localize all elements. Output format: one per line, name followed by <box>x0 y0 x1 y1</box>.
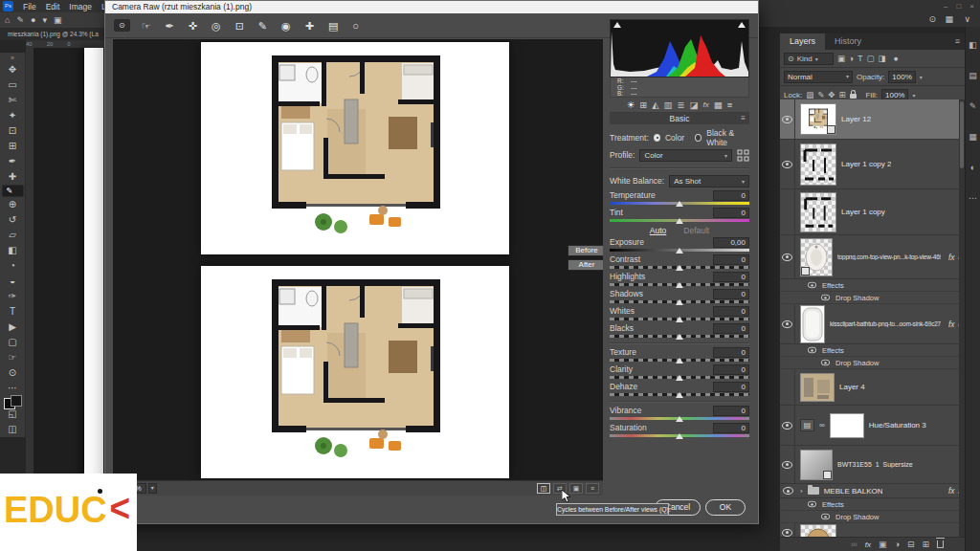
visibility-toggle[interactable] <box>780 369 795 405</box>
slider-thumb[interactable] <box>676 282 683 288</box>
tone-curve-panel-icon[interactable]: ⊞ <box>639 99 647 110</box>
layer-thumbnail[interactable] <box>800 373 835 402</box>
slider-thumb[interactable] <box>676 334 683 340</box>
layer-group-meble-balkon[interactable]: › MEBLE BALKON fx∧ <box>780 484 965 498</box>
marquee-tool-icon[interactable]: ▭ <box>2 77 24 93</box>
cr-white-balance-icon[interactable]: ✒ <box>163 17 177 34</box>
layer-style-icon[interactable]: fx <box>865 540 871 549</box>
layer-thumbnail[interactable] <box>800 238 833 276</box>
hsl-panel-icon[interactable]: ▥ <box>664 99 673 110</box>
cr-radial-filter-icon[interactable]: ○ <box>349 17 362 34</box>
layer-row-partial[interactable] <box>780 523 965 537</box>
drop-shadow-row[interactable]: Drop Shadow <box>780 511 965 523</box>
adjustment-layer-icon[interactable]: ▤ <box>800 419 814 431</box>
hand-tool-icon[interactable]: ☞ <box>2 350 24 365</box>
tab-layers[interactable]: Layers <box>780 33 825 50</box>
calibration-panel-icon[interactable]: ▦ <box>714 99 723 110</box>
lasso-tool-icon[interactable]: ✄ <box>2 93 24 108</box>
cr-graduated-filter-icon[interactable]: ▤ <box>325 17 341 34</box>
highlights-value[interactable]: 0 <box>713 272 749 282</box>
filter-adjustment-icon[interactable]: ◑ <box>849 54 854 63</box>
temperature-value[interactable]: 0 <box>713 190 749 201</box>
minimize-icon[interactable]: – <box>944 0 947 12</box>
toolbar-collapse-icon[interactable]: » <box>11 54 14 62</box>
profile-select[interactable]: Color▾ <box>639 149 732 162</box>
cr-targeted-adjustment-icon[interactable]: ◎ <box>209 17 224 34</box>
history-brush-tool-icon[interactable]: ↺ <box>2 212 24 228</box>
presets-panel-icon[interactable]: ≡ <box>727 99 733 110</box>
zoom-dropdown-icon[interactable]: ▾ <box>148 483 157 494</box>
browse-profiles-icon[interactable] <box>737 149 749 162</box>
effects-panel-icon[interactable]: fx <box>702 100 708 109</box>
type-tool-icon[interactable]: T <box>2 304 24 320</box>
split-toning-panel-icon[interactable]: ≣ <box>678 99 685 110</box>
path-select-tool-icon[interactable]: ▶ <box>2 320 24 335</box>
layer-row-toppng-sink[interactable]: toppng.com-top-view-pn...k-top-view-469c… <box>780 235 965 279</box>
effects-row[interactable]: Effects <box>780 344 965 357</box>
eye-icon[interactable] <box>821 360 830 365</box>
slider-thumb[interactable] <box>676 317 683 322</box>
layer-mask-thumbnail[interactable] <box>830 413 864 438</box>
gradient-tool-icon[interactable]: ◧ <box>2 243 24 258</box>
lock-pixels-icon[interactable]: ✎ <box>817 90 824 99</box>
visibility-toggle[interactable] <box>780 406 795 445</box>
cr-zoom-tool-icon[interactable]: ⊙ <box>114 19 130 32</box>
layer-thumbnail[interactable] <box>800 143 836 186</box>
swatches-panel-icon[interactable]: ▦ <box>969 132 977 142</box>
ok-button[interactable]: OK <box>705 499 746 516</box>
eye-icon[interactable] <box>808 501 816 507</box>
opacity-value[interactable]: 100% <box>888 71 915 83</box>
layer-row-hue-saturation[interactable]: ▤ ∞ Hue/Saturation 3 <box>780 406 965 446</box>
tint-value[interactable]: 0 <box>713 208 749 218</box>
slider-thumb[interactable] <box>676 375 683 381</box>
copy-settings-icon[interactable]: ▣ <box>569 483 583 494</box>
fx-badge[interactable]: fx <box>948 486 955 496</box>
lock-transparency-icon[interactable]: ▨ <box>806 90 813 99</box>
visibility-toggle[interactable] <box>780 189 795 234</box>
layer-thumbnail[interactable] <box>800 524 836 538</box>
slider-thumb[interactable] <box>676 201 683 207</box>
cr-spot-removal-icon[interactable]: ✎ <box>256 17 270 34</box>
shadow-clipping-icon[interactable] <box>613 22 621 28</box>
background-color[interactable] <box>11 395 22 407</box>
vibrance-value[interactable]: 0 <box>713 406 749 416</box>
slider-thumb[interactable] <box>676 416 683 422</box>
histogram[interactable] <box>610 19 749 77</box>
cr-adjustment-brush-icon[interactable]: ✚ <box>302 17 317 34</box>
new-layer-icon[interactable]: ⊞ <box>922 540 929 549</box>
texture-value[interactable]: 0 <box>713 347 749 358</box>
effects-row[interactable]: Effects <box>780 279 965 292</box>
search-icon[interactable]: ⊙ <box>928 14 936 24</box>
brush-tool-icon[interactable]: ✎ <box>2 185 24 197</box>
new-adjustment-icon[interactable]: ◑ <box>894 540 899 549</box>
crop-tool-icon[interactable]: ⊡ <box>2 123 24 139</box>
visibility-toggle[interactable] <box>780 140 795 188</box>
add-mask-icon[interactable]: ▣ <box>879 540 887 549</box>
properties-panel-icon[interactable]: ▤ <box>969 71 977 80</box>
cr-hand-tool-icon[interactable]: ☞ <box>139 17 154 34</box>
workspace-switcher-icon[interactable]: ▦ <box>945 14 953 24</box>
frame-tool-icon[interactable]: ⊞ <box>2 139 24 154</box>
eye-icon[interactable] <box>821 295 830 300</box>
shadows-value[interactable]: 0 <box>713 289 749 299</box>
eye-icon[interactable] <box>821 514 830 519</box>
blend-mode-select[interactable]: Normal▾ <box>784 71 853 83</box>
slider-thumb[interactable] <box>676 218 683 224</box>
layer-row-layer-1-copy-2[interactable]: Layer 1 copy 2 <box>780 140 965 189</box>
panel-menu-icon[interactable]: ≡ <box>955 33 960 50</box>
drop-shadow-row[interactable]: Drop Shadow <box>780 357 965 369</box>
scrollbar-thumb[interactable] <box>960 101 964 168</box>
visibility-toggle[interactable] <box>780 235 795 278</box>
whites-value[interactable]: 0 <box>713 306 749 317</box>
filter-smart-object-icon[interactable]: ◨ <box>878 54 885 63</box>
screen-mode-icon[interactable]: ◫ <box>2 422 24 437</box>
fx-badge[interactable]: fx <box>948 320 955 329</box>
document-tab[interactable]: mieszkania (1).png @ 24.3% (La <box>0 29 105 40</box>
fx-badge[interactable]: fx <box>948 253 955 262</box>
dehaze-value[interactable]: 0 <box>713 382 749 392</box>
effects-row[interactable]: Effects <box>780 498 965 511</box>
group-expand-icon[interactable]: › <box>800 487 803 496</box>
opacity-dropdown-icon[interactable]: ▾ <box>920 74 923 80</box>
pen-tool-icon[interactable]: ✑ <box>2 289 24 304</box>
filter-pixel-icon[interactable]: ▣ <box>837 54 845 63</box>
